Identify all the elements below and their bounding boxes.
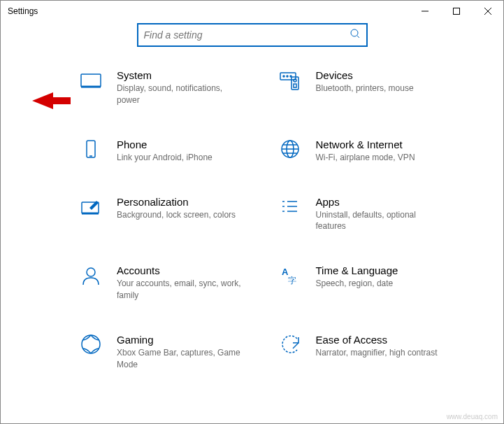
svg-point-34 xyxy=(82,335,100,353)
category-phone[interactable]: Phone Link your Android, iPhone xyxy=(78,137,263,164)
category-title: System xyxy=(117,69,243,81)
svg-rect-7 xyxy=(81,74,101,87)
svg-point-4 xyxy=(351,29,358,36)
maximize-button[interactable] xyxy=(440,1,472,22)
accounts-icon xyxy=(78,263,104,290)
search-input[interactable] xyxy=(144,29,350,41)
settings-grid: System Display, sound, notifications, po… xyxy=(1,68,503,370)
titlebar: Settings xyxy=(1,1,503,22)
system-icon xyxy=(78,68,104,94)
apps-icon xyxy=(277,195,303,221)
category-desc: Xbox Game Bar, captures, Game Mode xyxy=(117,347,243,371)
svg-rect-1 xyxy=(453,8,459,15)
category-ease[interactable]: Ease of Access Narrator, magnifier, high… xyxy=(277,332,462,371)
svg-rect-16 xyxy=(87,141,95,157)
category-desc: Narrator, magnifier, high contrast xyxy=(316,347,438,359)
category-accounts[interactable]: Accounts Your accounts, email, sync, wor… xyxy=(78,263,263,302)
category-desc: Speech, region, date xyxy=(316,278,398,290)
personalization-icon xyxy=(78,195,104,221)
category-desc: Wi-Fi, airplane mode, VPN xyxy=(316,152,415,164)
devices-icon xyxy=(277,68,303,94)
category-title: Gaming xyxy=(117,334,243,346)
window-title: Settings xyxy=(8,6,38,16)
category-title: Devices xyxy=(316,69,414,81)
category-desc: Background, lock screen, colors xyxy=(117,209,236,221)
category-desc: Link your Android, iPhone xyxy=(117,152,213,164)
category-network[interactable]: Network & Internet Wi-Fi, airplane mode,… xyxy=(277,137,462,164)
window-controls xyxy=(409,1,503,22)
category-title: Apps xyxy=(316,196,442,208)
svg-text:字: 字 xyxy=(288,276,296,285)
category-desc: Uninstall, defaults, optional features xyxy=(316,209,442,233)
svg-line-35 xyxy=(293,343,298,348)
svg-point-14 xyxy=(294,79,296,82)
time-language-icon: A字 xyxy=(277,263,303,290)
ease-of-access-icon xyxy=(277,332,303,359)
network-icon xyxy=(277,137,303,164)
category-personalization[interactable]: Personalization Background, lock screen,… xyxy=(78,195,263,233)
category-system[interactable]: System Display, sound, notifications, po… xyxy=(78,68,263,106)
search-icon xyxy=(350,28,361,42)
svg-line-5 xyxy=(357,36,359,38)
gaming-icon xyxy=(78,332,104,359)
category-desc: Display, sound, notifications, power xyxy=(117,83,243,106)
category-title: Accounts xyxy=(117,264,243,276)
category-gaming[interactable]: Gaming Xbox Game Bar, captures, Game Mod… xyxy=(78,332,263,371)
minimize-button[interactable] xyxy=(409,1,440,22)
close-button[interactable] xyxy=(472,1,503,22)
search-box[interactable] xyxy=(137,23,368,47)
annotation-arrow xyxy=(32,90,74,114)
svg-point-10 xyxy=(283,76,285,77)
category-desc: Your accounts, email, sync, work, family xyxy=(117,278,243,302)
category-title: Phone xyxy=(117,139,213,150)
category-title: Ease of Access xyxy=(316,334,438,346)
category-title: Network & Internet xyxy=(316,139,415,150)
svg-point-31 xyxy=(87,268,95,276)
category-devices[interactable]: Devices Bluetooth, printers, mouse xyxy=(277,68,462,106)
svg-marker-6 xyxy=(32,92,71,109)
category-apps[interactable]: Apps Uninstall, defaults, optional featu… xyxy=(277,195,462,233)
category-time[interactable]: A字 Time & Language Speech, region, date xyxy=(277,263,462,302)
category-desc: Bluetooth, printers, mouse xyxy=(316,83,414,94)
svg-rect-15 xyxy=(294,84,296,87)
watermark: www.deuaq.com xyxy=(447,413,498,421)
search-container xyxy=(1,23,503,47)
svg-point-11 xyxy=(287,76,288,77)
phone-icon xyxy=(78,137,104,164)
category-title: Personalization xyxy=(117,196,236,208)
category-title: Time & Language xyxy=(316,264,398,276)
